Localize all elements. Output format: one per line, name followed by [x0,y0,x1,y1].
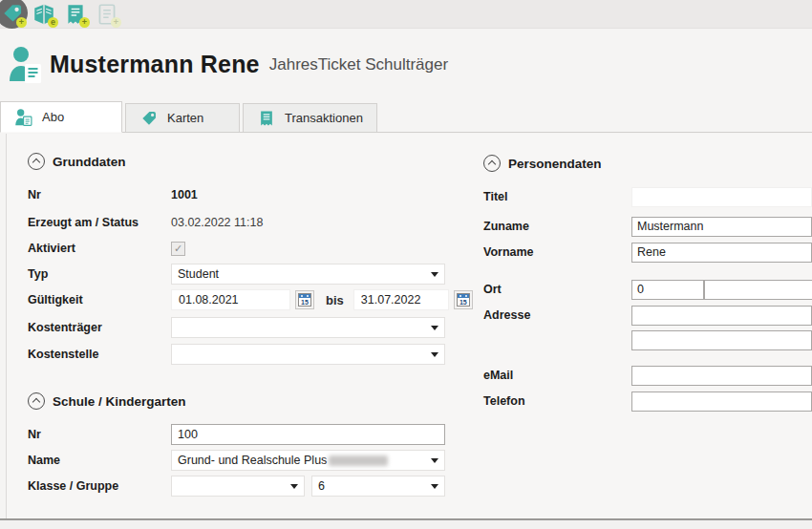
row-typ: Typ Student [28,264,472,285]
field-label: Nr [28,428,171,441]
plus-badge-icon: + [111,17,121,28]
calendar-picker-button[interactable]: 15 [454,290,473,309]
field-label: Typ [28,267,171,281]
plz-input[interactable] [631,280,704,300]
section-schule-header: Schule / Kindergarten [28,392,472,410]
field-label: Erzeugt am / Status [28,216,171,229]
gruppe-dropdown[interactable]: 6 [311,476,445,497]
tag-icon [139,109,159,128]
tab-abo[interactable]: Abo [0,101,122,133]
row-klasse-gruppe: Klasse / Gruppe 6 [28,476,472,497]
field-label: eMail [483,369,631,382]
field-label: Klasse / Gruppe [28,479,171,493]
page-subtitle: JahresTicket Schulträger [269,55,448,74]
receipt-icon [257,109,276,128]
tab-karten[interactable]: Karten [125,103,240,132]
chevron-down-icon [431,326,438,330]
chevron-down-icon [431,352,438,357]
redacted-text [329,455,388,466]
collapse-button[interactable] [28,392,45,410]
zuname-input[interactable] [631,217,812,237]
tab-transaktionen[interactable]: Transaktionen [243,103,377,132]
typ-dropdown[interactable]: Student [171,264,445,285]
document-list-button-disabled[interactable]: + [95,2,119,27]
field-label: Ort [483,283,631,296]
chevron-down-icon [431,484,438,489]
collapse-button[interactable] [28,153,45,170]
calendar-icon: 15 [298,293,311,307]
row-email: eMail [483,365,812,386]
row-vorname: Vorname [483,242,812,263]
section-grunddaten-header: Grunddaten [28,153,472,170]
field-label: Kostenträger [28,321,171,334]
chevron-up-icon [32,159,39,166]
chevron-down-icon [431,272,438,277]
field-label: Name [28,454,171,467]
ort-input[interactable] [704,280,812,300]
row-aktiviert: Aktiviert ✓ [28,238,472,259]
right-column: Personendaten Titel Zuname Vorname Ort A… [472,134,812,518]
chevron-up-icon [487,160,495,168]
page-title: Mustermann Rene [50,51,260,78]
field-label: Titel [483,190,631,203]
kostentraeger-dropdown[interactable] [171,317,445,338]
schule-name-value: Grund- und Realschule Plus [178,454,388,467]
record-header: Mustermann Rene JahresTicket Schulträger [0,29,812,100]
valid-from-input[interactable]: 01.08.2021 [171,289,290,310]
schule-name-dropdown[interactable]: Grund- und Realschule Plus [171,450,445,471]
kostenstelle-dropdown[interactable] [171,344,445,365]
row-zuname: Zuname [483,216,812,237]
nr-value: 1001 [171,188,198,201]
calendar-picker-button[interactable]: 15 [295,290,314,309]
left-column: Grunddaten Nr 1001 Erzeugt am / Status 0… [7,134,472,518]
add-ticket-button[interactable]: + [63,2,88,27]
section-title: Grunddaten [53,155,126,169]
row-nr: Nr 1001 [28,184,472,205]
tab-label: Abo [42,110,64,124]
field-label: Kostenstelle [28,348,171,361]
chevron-up-icon [32,398,39,406]
bis-label: bis [326,293,344,307]
field-label: Aktiviert [28,242,171,255]
chevron-down-icon [431,458,438,463]
field-label: Nr [28,188,171,201]
field-label: Adresse [483,308,631,322]
row-telefon: Telefon [483,391,812,412]
field-label: Gültigkeit [28,293,171,307]
collapse-button[interactable] [483,155,501,172]
tab-label: Karten [167,111,203,125]
calendar-icon: 15 [457,293,470,307]
aktiviert-checkbox[interactable]: ✓ [171,242,185,256]
add-card-tag-button[interactable]: + [0,2,25,27]
row-erzeugt: Erzeugt am / Status 03.02.2022 11:18 [28,212,472,233]
row-titel: Titel [483,186,812,207]
book-refresh-button[interactable]: e [32,2,56,27]
row-adresse: Adresse [483,305,812,326]
adresse-input-2[interactable] [631,330,812,350]
vorname-input[interactable] [631,243,812,263]
telefon-input[interactable] [631,391,812,412]
row-schule-nr: Nr 100 [28,424,472,445]
row-gueltigkeit: Gültigkeit 01.08.2021 15 bis 31.07.2022 … [28,289,472,310]
tab-label: Transaktionen [285,111,363,125]
refresh-badge-icon: e [48,17,58,28]
person-card-icon [14,108,33,127]
row-schule-name: Name Grund- und Realschule Plus [28,450,472,471]
schule-nr-input[interactable]: 100 [171,424,445,445]
adresse-input-1[interactable] [631,306,812,326]
typ-value: Student [178,267,219,281]
gruppe-value: 6 [318,479,325,493]
row-kostenstelle: Kostenstelle [28,344,472,365]
titel-input[interactable] [631,187,812,207]
klasse-dropdown[interactable] [171,476,305,497]
chevron-down-icon [290,484,298,489]
row-adresse-2 [483,329,812,350]
tab-strip: Abo Karten Transaktionen [0,100,812,133]
field-label: Zuname [483,220,631,233]
bottom-bar [0,520,812,529]
section-title: Personendaten [508,157,602,171]
valid-until-input[interactable]: 31.07.2022 [353,289,449,310]
plus-badge-icon: + [79,17,90,28]
section-title: Schule / Kindergarten [53,394,186,409]
email-input[interactable] [631,366,812,386]
